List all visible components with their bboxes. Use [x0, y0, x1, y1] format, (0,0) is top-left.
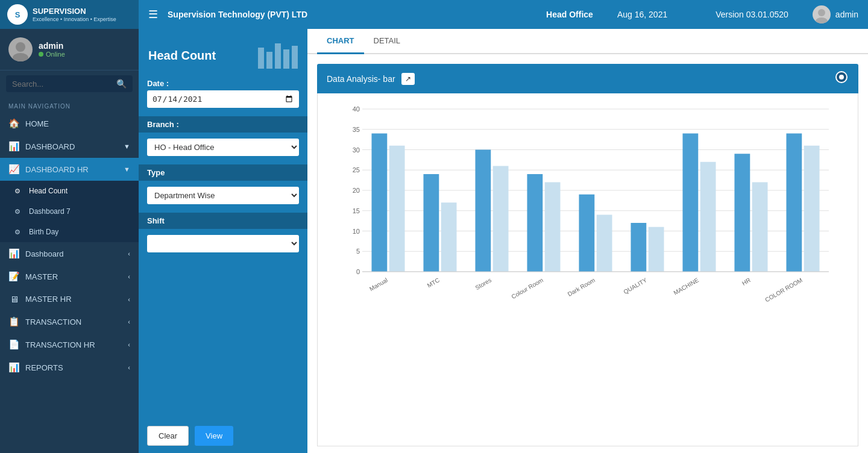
sidebar-search-box[interactable]: 🔍 — [6, 75, 133, 92]
right-panel: CHART DETAIL Data Analysis- bar ↗ 051015… — [307, 29, 868, 453]
type-label: Type — [147, 168, 165, 177]
logo: S SUPERVISION Excellence • Innovation • … — [0, 0, 139, 29]
chevron-left-icon: ‹ — [128, 250, 130, 257]
chart-settings-icon[interactable] — [834, 70, 849, 87]
clear-button[interactable]: Clear — [147, 426, 189, 446]
bar-blue-6 — [682, 134, 698, 272]
tab-chart[interactable]: CHART — [317, 29, 364, 54]
svg-text:40: 40 — [353, 105, 360, 113]
dashboard-hr-icon: 📈 — [8, 164, 19, 175]
bar-light-3 — [545, 183, 561, 272]
bar-blue-2 — [475, 150, 491, 272]
type-select[interactable]: Department Wise Grade Wise Section Wise — [147, 187, 299, 204]
location-name: Head Office — [546, 10, 593, 19]
sidebar-item-transaction-hr[interactable]: 📄 TRANSACTION HR ‹ — [0, 333, 139, 356]
sidebar-item-transaction-label: TRANSACTION — [25, 317, 81, 326]
svg-point-0 — [818, 9, 825, 16]
dashboard-icon: 📊 — [8, 141, 19, 152]
bar-light-4 — [597, 215, 612, 272]
dashboard2-icon: 📊 — [8, 248, 19, 259]
svg-rect-7 — [283, 49, 289, 69]
shift-select[interactable] — [147, 235, 299, 252]
sidebar-item-master[interactable]: 📝 MASTER ‹ — [0, 265, 139, 288]
master-hr-icon: 🖥 — [8, 294, 19, 304]
expand-chart-button[interactable]: ↗ — [401, 73, 415, 85]
sidebar-item-reports[interactable]: 📊 REPORTS ‹ — [0, 356, 139, 379]
x-label-0: Manual — [368, 276, 389, 292]
svg-text:35: 35 — [353, 126, 360, 133]
bar-light-0 — [389, 146, 405, 272]
tab-bar: CHART DETAIL — [307, 29, 868, 54]
master-icon: 📝 — [8, 271, 19, 282]
chart-title: Data Analysis- bar ↗ — [327, 73, 415, 85]
chevron-down-icon: ▼ — [124, 143, 130, 150]
sidebar-item-head-count[interactable]: ⚙ Head Count — [0, 181, 139, 201]
left-panel-header: Head Count — [139, 29, 307, 79]
logo-icon: S — [7, 4, 28, 25]
x-label-4: Dark Room — [567, 276, 596, 298]
logo-text: SUPERVISION — [33, 7, 116, 16]
bar-blue-4 — [579, 195, 594, 272]
svg-rect-5 — [266, 52, 272, 69]
version-info: Version 03.01.0520 — [715, 10, 788, 19]
bar-light-7 — [752, 183, 768, 272]
chart-header: Data Analysis- bar ↗ — [317, 64, 858, 93]
status-text: Online — [46, 51, 65, 58]
svg-rect-8 — [292, 46, 298, 69]
bar-blue-7 — [734, 154, 750, 272]
username-display: admin — [835, 10, 858, 19]
menu-icon[interactable]: ☰ — [148, 8, 158, 21]
sidebar: admin Online 🔍 MAIN NAVIGATION 🏠 HOME 📊 … — [0, 29, 139, 453]
bar-blue-5 — [631, 223, 646, 272]
sidebar-avatar — [8, 37, 33, 61]
sidebar-item-birth-day[interactable]: ⚙ Birth Day — [0, 222, 139, 242]
sidebar-item-dashboard2[interactable]: 📊 Dashboard ‹ — [0, 242, 139, 265]
bar-light-2 — [493, 166, 509, 272]
chevron-left-icon-master: ‹ — [128, 273, 130, 280]
view-button[interactable]: View — [195, 426, 233, 446]
svg-text:15: 15 — [353, 207, 360, 214]
search-input[interactable] — [12, 80, 116, 89]
transaction-icon: 📋 — [8, 316, 19, 327]
sidebar-item-master-hr[interactable]: 🖥 MASTER HR ‹ — [0, 288, 139, 310]
chevron-left-icon-trans: ‹ — [128, 318, 130, 325]
type-divider: Type — [139, 164, 307, 181]
sidebar-item-dashboard2-label: Dashboard — [25, 249, 64, 258]
date-input[interactable] — [147, 90, 299, 108]
svg-rect-6 — [275, 43, 281, 69]
sidebar-item-dashboard-hr[interactable]: 📈 DASHBOARD HR ▼ — [0, 158, 139, 181]
sidebar-item-dashboard-7[interactable]: ⚙ Dashboard 7 — [0, 201, 139, 222]
svg-text:0: 0 — [356, 268, 360, 275]
svg-text:30: 30 — [353, 146, 360, 154]
svg-rect-4 — [258, 48, 264, 69]
sidebar-item-transaction[interactable]: 📋 TRANSACTION ‹ — [0, 310, 139, 333]
bar-light-1 — [441, 202, 457, 272]
x-label-6: MACHINE — [673, 276, 700, 296]
sidebar-item-head-count-label: Head Count — [29, 187, 68, 195]
svg-point-1 — [816, 17, 828, 23]
svg-text:25: 25 — [353, 166, 360, 173]
branch-select[interactable]: HO - Head Office Branch 1 Branch 2 — [147, 139, 299, 156]
sidebar-item-dashboard-hr-label: DASHBOARD HR — [25, 165, 89, 174]
chevron-left-icon-transhr: ‹ — [128, 341, 130, 348]
chevron-left-icon-reports: ‹ — [128, 364, 130, 371]
reports-icon: 📊 — [8, 362, 19, 373]
shift-section — [139, 231, 307, 258]
logo-sub: Excellence • Innovation • Expertise — [33, 16, 116, 22]
x-label-7: HR — [741, 276, 752, 287]
sidebar-item-dashboard[interactable]: 📊 DASHBOARD ▼ — [0, 135, 139, 158]
x-label-2: Stores — [474, 276, 492, 291]
svg-point-2 — [16, 42, 25, 52]
sidebar-item-home[interactable]: 🏠 HOME — [0, 112, 139, 135]
left-panel-footer: Clear View — [139, 419, 307, 453]
nav-section-label: MAIN NAVIGATION — [0, 97, 139, 112]
tab-detail[interactable]: DETAIL — [364, 29, 410, 54]
search-icon: 🔍 — [116, 79, 127, 89]
sidebar-item-master-hr-label: MASTER HR — [25, 295, 72, 304]
sidebar-item-reports-label: REPORTS — [25, 363, 63, 372]
shift-divider: Shift — [139, 213, 307, 229]
transaction-hr-icon: 📄 — [8, 339, 19, 350]
home-icon: 🏠 — [8, 118, 19, 129]
bar-blue-3 — [527, 174, 542, 272]
sidebar-item-master-label: MASTER — [25, 272, 58, 281]
